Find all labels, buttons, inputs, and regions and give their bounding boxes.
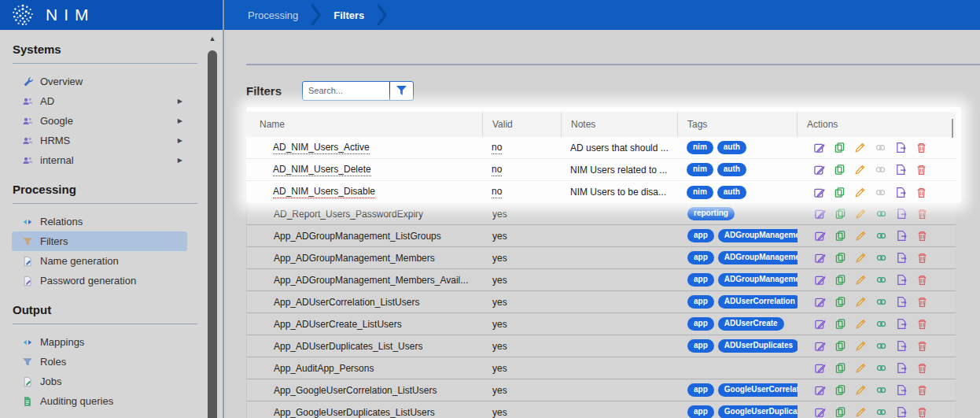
link-action-icon[interactable]	[875, 142, 886, 154]
breadcrumb-item-processing[interactable]: Processing	[248, 9, 298, 21]
copy-action-icon[interactable]	[834, 187, 846, 198]
rename-action-icon[interactable]	[854, 187, 866, 198]
column-header-name[interactable]: Name	[246, 112, 482, 137]
sidebar-item-google[interactable]: Google ▶	[12, 111, 187, 131]
breadcrumb-item-filters[interactable]: Filters	[333, 9, 364, 21]
delete-action-icon[interactable]	[916, 406, 928, 418]
sidebar-item-mappings[interactable]: Mappings	[12, 332, 187, 352]
filter-name[interactable]: App_GoogleUserCorrelation_ListUsers	[274, 385, 437, 396]
delete-action-icon[interactable]	[916, 296, 928, 308]
filter-name[interactable]: App_ADGroupManagement_Members	[274, 253, 435, 264]
copy-action-icon[interactable]	[834, 362, 846, 374]
copy-action-icon[interactable]	[834, 208, 846, 220]
filter-name[interactable]: App_GoogleUserDuplicates_ListUsers	[274, 407, 435, 418]
delete-action-icon[interactable]	[916, 187, 927, 198]
table-scrollbar-thumb[interactable]	[952, 119, 953, 138]
rename-action-icon[interactable]	[854, 142, 866, 154]
edit-action-icon[interactable]	[814, 318, 826, 330]
scroll-up-arrow-icon[interactable]: ▲	[207, 34, 218, 44]
export-action-icon[interactable]	[896, 208, 908, 220]
delete-action-icon[interactable]	[916, 208, 928, 220]
sidebar-item-filters[interactable]: Filters	[12, 231, 187, 251]
delete-action-icon[interactable]	[916, 252, 928, 264]
edit-action-icon[interactable]	[814, 362, 826, 374]
filter-name[interactable]: App_ADGroupManagement_ListGroups	[274, 231, 441, 242]
rename-action-icon[interactable]	[855, 274, 867, 286]
edit-action-icon[interactable]	[814, 340, 826, 352]
link-action-icon[interactable]	[875, 318, 887, 330]
edit-action-icon[interactable]	[814, 406, 826, 418]
export-action-icon[interactable]	[896, 318, 908, 330]
rename-action-icon[interactable]	[855, 384, 867, 396]
export-action-icon[interactable]	[896, 230, 908, 242]
filter-name[interactable]: App_AuditApp_Persons	[274, 363, 374, 374]
rename-action-icon[interactable]	[855, 362, 867, 374]
filter-name[interactable]: App_ADUserDuplicates_List_Users	[274, 341, 422, 352]
filter-name[interactable]: AD_NIM_Users_Active	[273, 142, 370, 154]
rename-action-icon[interactable]	[855, 252, 867, 264]
copy-action-icon[interactable]	[834, 230, 846, 242]
sidebar-item-overview[interactable]: Overview	[12, 72, 187, 91]
delete-action-icon[interactable]	[916, 274, 928, 286]
sidebar-item-name-generation[interactable]: Name generation	[12, 251, 187, 271]
delete-action-icon[interactable]	[916, 230, 928, 242]
delete-action-icon[interactable]	[916, 362, 928, 374]
copy-action-icon[interactable]	[834, 274, 846, 286]
sidebar-scrollbar-thumb[interactable]	[208, 50, 217, 418]
link-action-icon[interactable]	[875, 187, 886, 198]
copy-action-icon[interactable]	[834, 164, 846, 176]
export-action-icon[interactable]	[896, 296, 908, 308]
rename-action-icon[interactable]	[855, 208, 867, 220]
filter-search-button[interactable]	[390, 82, 413, 100]
edit-action-icon[interactable]	[814, 274, 826, 286]
export-action-icon[interactable]	[896, 384, 908, 396]
link-action-icon[interactable]	[875, 406, 887, 418]
sidebar-item-relations[interactable]: Relations	[12, 212, 187, 231]
export-action-icon[interactable]	[895, 142, 907, 154]
filter-name[interactable]: App_ADUserCreate_ListUsers	[274, 319, 402, 330]
edit-action-icon[interactable]	[814, 252, 826, 264]
column-header-actions[interactable]: Actions	[797, 112, 956, 137]
filter-name[interactable]: AD_Report_Users_PasswordExpiry	[274, 209, 423, 220]
delete-action-icon[interactable]	[916, 142, 927, 154]
export-action-icon[interactable]	[896, 340, 908, 352]
export-action-icon[interactable]	[896, 406, 908, 418]
copy-action-icon[interactable]	[834, 142, 846, 154]
link-action-icon[interactable]	[875, 340, 887, 352]
copy-action-icon[interactable]	[834, 318, 846, 330]
rename-action-icon[interactable]	[855, 230, 867, 242]
sidebar-scrollbar[interactable]: ▲	[207, 34, 218, 418]
rename-action-icon[interactable]	[855, 296, 867, 308]
export-action-icon[interactable]	[895, 164, 907, 176]
edit-action-icon[interactable]	[813, 142, 825, 154]
edit-action-icon[interactable]	[814, 208, 826, 220]
filter-name[interactable]: App_ADUserCorrelation_ListUsers	[274, 297, 419, 308]
column-header-tags[interactable]: Tags	[677, 112, 797, 137]
edit-action-icon[interactable]	[814, 296, 826, 308]
edit-action-icon[interactable]	[814, 384, 826, 396]
column-header-valid[interactable]: Valid	[482, 112, 561, 137]
export-action-icon[interactable]	[896, 362, 908, 374]
sidebar-item-internal[interactable]: internal ▶	[12, 150, 187, 170]
copy-action-icon[interactable]	[834, 384, 846, 396]
sidebar-item-ad[interactable]: AD ▶	[12, 91, 187, 111]
link-action-icon[interactable]	[875, 296, 887, 308]
edit-action-icon[interactable]	[813, 187, 825, 198]
column-header-notes[interactable]: Notes	[561, 112, 677, 137]
filter-name[interactable]: AD_NIM_Users_Disable	[273, 186, 375, 198]
copy-action-icon[interactable]	[834, 252, 846, 264]
edit-action-icon[interactable]	[813, 164, 825, 176]
sidebar-item-password-generation[interactable]: Password generation	[12, 271, 187, 290]
delete-action-icon[interactable]	[916, 384, 928, 396]
copy-action-icon[interactable]	[834, 406, 846, 418]
link-action-icon[interactable]	[875, 274, 887, 286]
rename-action-icon[interactable]	[855, 340, 867, 352]
link-action-icon[interactable]	[875, 362, 887, 374]
link-action-icon[interactable]	[875, 230, 887, 242]
export-action-icon[interactable]	[896, 252, 908, 264]
link-action-icon[interactable]	[875, 384, 887, 396]
delete-action-icon[interactable]	[916, 318, 928, 330]
copy-action-icon[interactable]	[834, 296, 846, 308]
delete-action-icon[interactable]	[916, 164, 927, 176]
export-action-icon[interactable]	[895, 187, 907, 198]
